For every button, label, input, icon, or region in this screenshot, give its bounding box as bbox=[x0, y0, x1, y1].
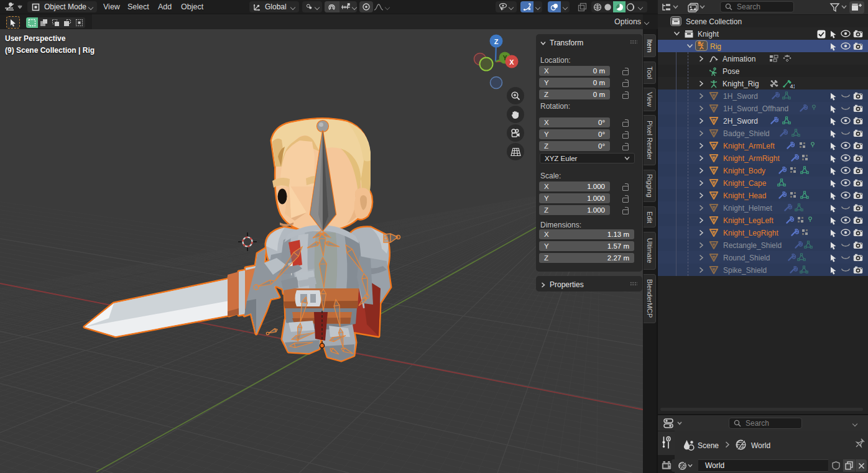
svg-text:X: X bbox=[509, 58, 514, 66]
svg-text:41: 41 bbox=[790, 83, 795, 89]
svg-text:Z: Z bbox=[494, 38, 499, 45]
